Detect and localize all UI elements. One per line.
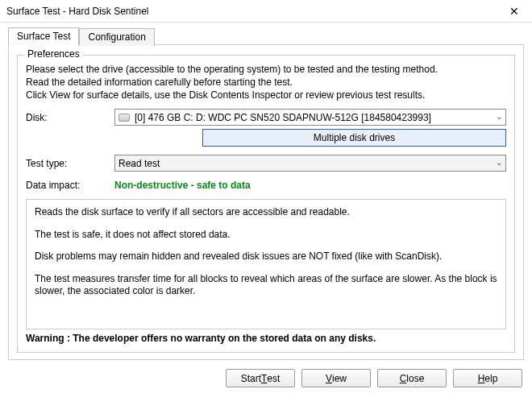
tab-configuration[interactable]: Configuration [79, 28, 154, 46]
tab-strip: Surface Test Configuration [8, 27, 532, 45]
intro-line-3: Click View for surface details, use the … [26, 89, 506, 101]
test-type-value: Read test [118, 158, 160, 169]
start-test-button[interactable]: Start Test [226, 369, 295, 387]
test-type-label: Test type: [26, 158, 114, 169]
window-title: Surface Test - Hard Disk Sentinel [6, 6, 149, 17]
disk-icon [118, 114, 130, 122]
data-impact-row: Data impact: Non-destructive - safe to d… [26, 180, 506, 191]
warning-body: The developer offers no warranty on the … [73, 333, 376, 344]
tab-content: Preferences Please select the drive (acc… [8, 44, 524, 360]
description-p3: Disk problems may remain hidden and reve… [35, 250, 497, 263]
disk-label: Disk: [26, 112, 114, 123]
tab-surface-test[interactable]: Surface Test [8, 27, 79, 46]
chevron-down-icon: ⌄ [496, 158, 502, 167]
close-icon[interactable]: ✕ [496, 0, 532, 23]
warning-prefix: Warning : [26, 333, 73, 344]
intro-line-2: Read the detailed information carefully … [26, 77, 506, 88]
chevron-down-icon: ⌄ [496, 112, 502, 121]
disk-combo-value: [0] 476 GB C: D: WDC PC SN520 SDAPNUW-51… [135, 112, 431, 123]
data-impact-label: Data impact: [26, 180, 114, 191]
close-button[interactable]: Close [377, 369, 447, 387]
description-p2: The test is safe, it does not affect sto… [35, 229, 497, 242]
warning-text: Warning : The developer offers no warran… [26, 333, 506, 344]
dialog-button-row: Start Test View Close Help [0, 366, 532, 395]
description-p4: The test measures transfer time for all … [35, 273, 497, 298]
help-button[interactable]: Help [453, 369, 522, 387]
titlebar: Surface Test - Hard Disk Sentinel ✕ [0, 0, 532, 23]
test-type-row: Test type: Read test ⌄ [26, 155, 506, 172]
view-button[interactable]: View [301, 369, 371, 387]
preferences-legend: Preferences [24, 48, 83, 60]
disk-combo[interactable]: [0] 476 GB C: D: WDC PC SN520 SDAPNUW-51… [114, 109, 506, 126]
description-p1: Reads the disk surface to verify if all … [35, 206, 497, 219]
data-impact-value: Non-destructive - safe to data [114, 180, 251, 191]
intro-line-1: Please select the drive (accessible to t… [26, 64, 506, 75]
multiple-disk-drives-button[interactable]: Multiple disk drives [202, 129, 506, 147]
preferences-group: Preferences Please select the drive (acc… [17, 55, 515, 353]
disk-row: Disk: [0] 476 GB C: D: WDC PC SN520 SDAP… [26, 109, 506, 126]
test-type-combo[interactable]: Read test ⌄ [114, 155, 506, 172]
description-box: Reads the disk surface to verify if all … [26, 199, 506, 329]
